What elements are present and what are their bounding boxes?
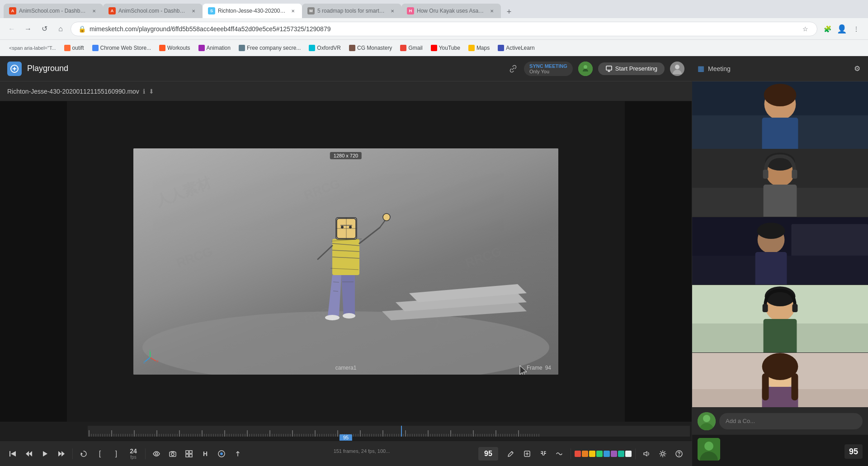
bookmark-chrome-store[interactable]: Chrome Web Store... — [89, 42, 155, 54]
bracket-open-button[interactable]: [ — [93, 447, 107, 461]
play-button[interactable] — [38, 447, 52, 461]
bookmark-gmail[interactable]: Gmail — [396, 42, 426, 54]
tab-5[interactable]: H How Oru Kayak uses Asana to l... ✕ — [401, 4, 501, 18]
fit-button[interactable] — [214, 447, 229, 461]
tick-18 — [129, 434, 130, 437]
wave-button[interactable] — [552, 447, 567, 461]
link-icon[interactable] — [508, 63, 519, 74]
add-comment-input[interactable]: Add a Co... — [719, 413, 863, 429]
reload-button[interactable]: ↺ — [38, 23, 51, 35]
bookmark-animation[interactable]: Animation — [195, 42, 234, 54]
swatch-teal[interactable] — [618, 451, 624, 457]
tick-46 — [193, 434, 193, 437]
star-icon[interactable]: ☆ — [801, 24, 810, 33]
bookmark-oxfordvr[interactable]: OxfordVR — [305, 42, 344, 54]
step-forward-button[interactable] — [54, 447, 69, 461]
bookmark-favicon-5 — [239, 45, 245, 51]
forward-button[interactable]: → — [22, 23, 34, 35]
loop-button[interactable] — [76, 447, 91, 461]
top-right-avatar[interactable] — [670, 62, 684, 76]
tick-105 — [326, 434, 327, 437]
tick-134 — [392, 434, 392, 437]
meeting-avatar[interactable] — [578, 62, 593, 76]
swatch-white[interactable] — [625, 451, 632, 457]
extensions-button[interactable]: 🧩 — [821, 23, 834, 35]
timeline-playhead[interactable] — [401, 426, 402, 437]
timeline-area[interactable]: 95 — [0, 422, 692, 441]
svg-line-21 — [359, 228, 380, 243]
key-button[interactable] — [231, 447, 245, 461]
bookmark-activelearn[interactable]: ActiveLearn — [494, 42, 538, 54]
swatch-red[interactable] — [575, 451, 581, 457]
bookmark-span[interactable]: <span aria-label="T... — [5, 42, 60, 54]
swatch-orange[interactable] — [582, 451, 588, 457]
volume-button[interactable] — [639, 447, 654, 461]
add-key-button[interactable] — [520, 447, 534, 461]
info-icon[interactable]: ℹ — [143, 88, 145, 95]
svg-rect-52 — [189, 451, 192, 453]
tick-176 — [486, 434, 487, 437]
tick-192 — [523, 434, 524, 437]
tab-close-4[interactable]: ✕ — [389, 7, 396, 14]
svg-text:Y: Y — [149, 350, 151, 352]
meeting-settings-icon[interactable]: ⚙ — [852, 63, 863, 74]
tick-33 — [163, 434, 164, 437]
back-button[interactable]: ← — [5, 23, 18, 35]
tab-close-5[interactable]: ✕ — [488, 7, 495, 14]
participant-person-4 — [692, 285, 868, 353]
pencil-button[interactable] — [504, 447, 518, 461]
swatch-yellow[interactable] — [589, 451, 595, 457]
tab-2[interactable]: A AnimSchool.com - Dashboard ✕ — [103, 4, 203, 18]
svg-marker-41 — [11, 451, 16, 456]
tab-close-1[interactable]: ✕ — [90, 7, 98, 14]
profile-button[interactable]: 👤 — [835, 23, 848, 35]
meeting-icon: ▦ — [698, 64, 704, 73]
bookmark-outift[interactable]: outift — [61, 42, 88, 54]
svg-point-17 — [349, 226, 352, 228]
participant-person-1 — [692, 81, 868, 149]
timeline-track[interactable] — [88, 426, 690, 437]
svg-line-36 — [145, 357, 150, 361]
menu-button[interactable]: ⋮ — [850, 23, 863, 35]
bookmark-label-9: YouTube — [439, 45, 460, 51]
bookmark-cg-monastery[interactable]: CG Monastery — [345, 42, 396, 54]
swatch-purple[interactable] — [611, 451, 617, 457]
tick-47 — [195, 434, 196, 437]
meeting-header: ▦ Meeting ⚙ — [692, 56, 868, 81]
eye-toggle-button[interactable] — [149, 447, 164, 461]
bookmark-free-company[interactable]: Free company secre... — [235, 42, 304, 54]
grid-button[interactable] — [182, 447, 196, 461]
tick-67 — [240, 434, 241, 437]
help-button[interactable] — [672, 447, 686, 461]
tab-4[interactable]: M 5 roadmap tools for smart PMs... ✕ — [302, 4, 401, 18]
home-button[interactable]: ⌂ — [54, 23, 67, 35]
video-area: 人人素材 RRCG 人人素材 RRCG 人人素材 RRCG 人人素材 RRCG … — [0, 101, 692, 422]
back-to-start-button[interactable] — [5, 447, 20, 461]
settings-button[interactable] — [656, 447, 670, 461]
tab-3[interactable]: S Richton-Jesse-430-20200112115... ✕ — [203, 4, 302, 18]
bookmark-maps[interactable]: Maps — [465, 42, 493, 54]
swatch-green[interactable] — [596, 451, 603, 457]
sync-meeting-button[interactable]: SYNC MEETING Only You — [524, 62, 573, 76]
tab-1[interactable]: A AnimSchool.com - Dashboard ✕ — [4, 4, 103, 18]
tab-close-2[interactable]: ✕ — [190, 7, 197, 14]
tick-87 — [285, 434, 286, 437]
swatch-blue[interactable] — [604, 451, 610, 457]
download-icon[interactable]: ⬇ — [149, 88, 154, 95]
anchor-button[interactable]: H — [198, 447, 212, 461]
start-presenting-button[interactable]: Start Presenting — [598, 62, 665, 75]
bookmark-youtube[interactable]: YouTube — [427, 42, 464, 54]
tick-131 — [385, 434, 386, 437]
new-tab-button[interactable]: + — [503, 5, 515, 18]
url-bar[interactable]: 🔒 mimesketch.com/playground/6ffd5b558acc… — [71, 22, 817, 36]
timeline-left-panel — [0, 422, 86, 441]
bookmark-workouts[interactable]: Workouts — [156, 42, 193, 54]
tab-close-3[interactable]: ✕ — [289, 7, 297, 14]
svg-rect-92 — [762, 373, 769, 400]
svg-point-56 — [220, 452, 223, 455]
magnet-button[interactable] — [536, 447, 551, 461]
step-back-button[interactable] — [22, 447, 36, 461]
bookmark-favicon-2 — [92, 45, 99, 51]
bracket-close-button[interactable]: ] — [109, 447, 123, 461]
camera-button[interactable] — [165, 447, 180, 461]
